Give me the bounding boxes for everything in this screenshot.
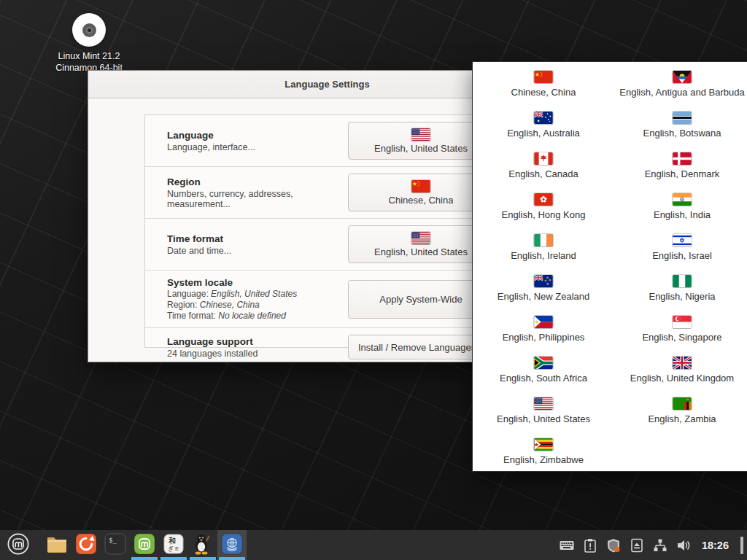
locale-detail-line: Time format: No locale defined (167, 311, 348, 321)
taskbar-clock[interactable]: 18:26 (702, 540, 729, 551)
flag-sg-icon (673, 316, 692, 328)
flag-ca-icon (534, 152, 553, 165)
settings-row-language: LanguageLanguage, interface...English, U… (145, 115, 510, 167)
settings-row-region: RegionNumbers, currency, addresses, meas… (145, 167, 510, 219)
svg-text:ぎ: ぎ (168, 545, 174, 552)
settings-row-subtitle: 24 languages installed (167, 349, 348, 359)
desktop-icon-linux-mint[interactable]: Linux Mint 21.2 Cinnamon 64-bit (31, 13, 147, 74)
flag-bw-icon (673, 112, 692, 124)
settings-row-text: Time formatDate and time... (167, 233, 348, 256)
running-indicator (190, 557, 216, 560)
flag-in-icon (673, 193, 692, 206)
flag-dk-icon (673, 152, 692, 165)
settings-row-time-format: Time formatDate and time...English, Unit… (145, 219, 510, 271)
settings-row-text: LanguageLanguage, interface... (167, 130, 348, 152)
window-title: Language Settings (285, 79, 369, 90)
taskbar: $_和ぎE 18:26 (0, 530, 747, 560)
mint-software-launcher[interactable] (130, 530, 159, 560)
input-method-icon: 和ぎE (162, 532, 185, 559)
language-option[interactable]: English, Israel (613, 227, 747, 268)
tux-penguin-paint-launcher[interactable] (188, 530, 217, 560)
running-indicator (219, 557, 245, 560)
language-option[interactable]: English, Ireland (474, 227, 613, 268)
flag-gb-icon (673, 357, 692, 369)
language-option-label: English, Israel (652, 250, 712, 261)
file-manager-icon (45, 532, 69, 559)
settings-row-title: Time format (167, 233, 348, 244)
mint-software-icon (133, 532, 156, 559)
flag-hk-icon (534, 193, 553, 206)
button-label: Chinese, China (389, 195, 454, 206)
language-option-label: English, Zimbabwe (503, 454, 584, 465)
shield-updates-icon[interactable] (605, 537, 622, 553)
language-option-label: Chinese, China (511, 87, 576, 98)
language-option[interactable]: English, Canada (474, 145, 613, 186)
flag-zw-icon (534, 438, 553, 451)
settings-list: LanguageLanguage, interface...English, U… (144, 114, 511, 348)
cd-disc-icon (72, 13, 106, 47)
language-option[interactable]: English, Singapore (613, 308, 747, 349)
language-option[interactable]: English, Australia (474, 104, 613, 145)
language-option[interactable]: English, Nigeria (613, 268, 747, 308)
settings-row-subtitle: Language, interface... (167, 142, 348, 152)
svg-text:E: E (175, 545, 179, 552)
flag-us-icon (534, 397, 553, 410)
firefox-icon (74, 532, 98, 559)
show-desktop-bar[interactable] (740, 537, 743, 554)
keyboard-icon[interactable] (559, 537, 575, 553)
language-option-label: English, Botswana (643, 128, 721, 139)
flag-ie-icon (534, 234, 553, 246)
terminal-launcher[interactable]: $_ (101, 530, 130, 560)
mint-menu-button[interactable] (0, 530, 36, 560)
flag-ng-icon (673, 275, 692, 287)
running-indicator (160, 557, 187, 560)
flag-au-icon (534, 112, 553, 124)
language-option-label: English, Australia (507, 128, 580, 139)
language-option[interactable]: English, Antigua and Barbuda (613, 63, 747, 104)
volume-icon[interactable] (676, 537, 692, 553)
locale-detail-line: Language: English, United States (167, 289, 348, 299)
removable-drive-icon[interactable] (629, 537, 645, 553)
firefox-launcher[interactable] (71, 530, 101, 560)
button-label: English, United States (374, 246, 468, 257)
flag-cn-icon (411, 180, 430, 192)
language-option[interactable]: English, United Kingdom (613, 349, 747, 390)
language-option[interactable]: English, South Africa (474, 349, 613, 390)
settings-row-subtitle: Date and time... (167, 246, 348, 256)
mint-menu-icon (7, 532, 30, 559)
language-option-label: English, Canada (508, 168, 578, 179)
language-option-label: English, Zambia (648, 413, 716, 424)
language-option[interactable]: English, Hong Kong (474, 186, 613, 227)
flag-ph-icon (534, 316, 553, 328)
language-option-label: English, South Africa (500, 373, 587, 384)
file-manager-launcher[interactable] (42, 530, 71, 560)
language-option[interactable]: English, Philippines (474, 308, 613, 349)
system-tray: 18:26 (559, 537, 747, 554)
language-option[interactable]: English, Zimbabwe (474, 431, 613, 472)
language-option[interactable]: English, Botswana (613, 104, 747, 145)
svg-text:和: 和 (168, 537, 176, 545)
language-option[interactable]: English, Zambia (613, 390, 747, 431)
flag-zm-icon (673, 397, 692, 410)
taskbar-app-launchers: $_和ぎE (42, 530, 247, 560)
language-option-label: English, Antigua and Barbuda (619, 87, 744, 98)
input-method-launcher[interactable]: 和ぎE (159, 530, 188, 560)
language-option[interactable]: Chinese, China (474, 63, 613, 104)
language-settings-launcher[interactable] (217, 530, 247, 560)
language-option[interactable]: English, India (613, 186, 747, 227)
settings-row-title: Language (167, 130, 348, 141)
settings-row-title: System locale (167, 277, 348, 288)
clipboard-warning-icon[interactable] (582, 537, 598, 553)
language-option[interactable]: English, Denmark (613, 145, 747, 186)
language-option[interactable]: English, United States (474, 390, 613, 431)
language-option-label: English, Ireland (511, 250, 576, 261)
settings-row-title: Region (167, 176, 348, 187)
network-icon[interactable] (652, 537, 668, 553)
language-option[interactable]: English, New Zealand (474, 268, 613, 308)
settings-row-text: RegionNumbers, currency, addresses, meas… (167, 176, 348, 209)
language-option-label: English, India (654, 209, 711, 220)
svg-text:$_: $_ (109, 537, 117, 544)
language-option-label: English, Nigeria (649, 291, 715, 302)
button-label: Install / Remove Languages... (358, 342, 484, 353)
language-picker-popup: Chinese, ChinaEnglish, Antigua and Barbu… (472, 61, 747, 472)
